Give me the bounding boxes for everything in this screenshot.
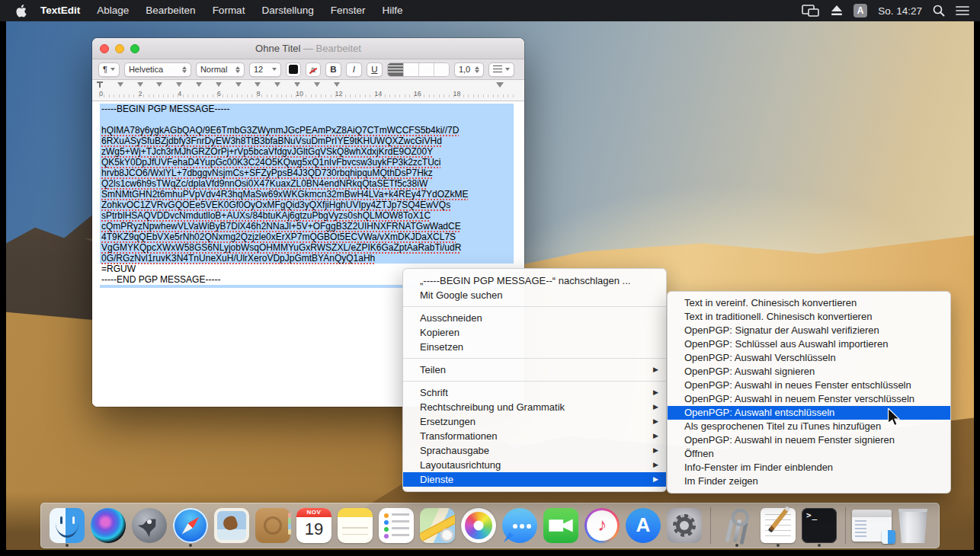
- dock-item-photos[interactable]: [460, 504, 497, 547]
- dock-item-appstore[interactable]: [625, 504, 661, 547]
- appstore-icon: [626, 508, 661, 543]
- apple-menu-icon[interactable]: [9, 5, 32, 18]
- spotlight-search-icon[interactable]: [933, 5, 945, 17]
- services-submenu-item-info-fenster-im-finder-einblenden[interactable]: Info-Fenster im Finder einblenden: [668, 461, 950, 475]
- tab-stop-marker[interactable]: [156, 82, 162, 87]
- dock-item-minwindow[interactable]: [853, 504, 890, 547]
- services-submenu-item-im-finder-zeigen[interactable]: Im Finder zeigen: [668, 475, 950, 488]
- dock-item-systemprefs[interactable]: [666, 504, 703, 547]
- tab-stop-marker[interactable]: [235, 82, 242, 87]
- context-menu-item-sprachausgabe[interactable]: Sprachausgabe▶: [403, 443, 666, 458]
- tab-stop-marker[interactable]: [294, 82, 300, 87]
- services-submenu-item-öffnen[interactable]: Öffnen: [668, 447, 950, 461]
- tab-stop-marker[interactable]: [274, 82, 280, 87]
- notification-center-icon[interactable]: [956, 5, 969, 16]
- services-submenu-item-als-gesprochenen-titel-zu-itunes-hinzufü[interactable]: Als gesprochenen Titel zu iTunes hinzufü…: [668, 420, 950, 433]
- context-menu-item-einsetzen[interactable]: Einsetzen: [403, 340, 666, 354]
- tab-stop-marker[interactable]: [196, 82, 202, 87]
- menubar-item-ablage[interactable]: Ablage: [88, 0, 137, 21]
- context-menu-item-begin-pgp-message-nachschlagen[interactable]: „-----BEGIN PGP MESSAGE--“ nachschlagen …: [403, 273, 666, 288]
- services-submenu-item-openpgp-schlüssel-aus-auswahl-importiere[interactable]: OpenPGP: Schlüssel aus Auswahl importier…: [668, 337, 950, 351]
- dock-item-itunes[interactable]: [584, 504, 620, 547]
- minimize-button[interactable]: [115, 44, 124, 53]
- underline-button[interactable]: U: [367, 62, 383, 77]
- menubar-item-darstellung[interactable]: Darstellung: [253, 0, 322, 21]
- dock-item-mail[interactable]: [213, 504, 250, 547]
- dock-item-notes[interactable]: [337, 504, 373, 547]
- align-left-button[interactable]: [388, 63, 403, 76]
- services-submenu-item-openpgp-auswahl-entschlüsseln[interactable]: OpenPGP: Auswahl entschlüsseln: [668, 406, 950, 420]
- context-menu-item-schrift[interactable]: Schrift▶: [403, 385, 666, 400]
- font-family-select[interactable]: Helvetica: [124, 62, 191, 77]
- align-justify-button[interactable]: [434, 63, 449, 76]
- tab-stop-marker[interactable]: [176, 82, 182, 87]
- italic-button[interactable]: I: [346, 62, 362, 77]
- context-menu-item-rechtschreibung-und-grammatik[interactable]: Rechtschreibung und Grammatik▶: [403, 400, 666, 414]
- dock-item-reminders[interactable]: [378, 504, 415, 547]
- context-menu-item-layoutausrichtung[interactable]: Layoutausrichtung▶: [403, 458, 666, 472]
- services-submenu-item-text-in-vereinf-chinesisch-konvertieren[interactable]: Text in vereinf. Chinesisch konvertieren: [668, 296, 950, 310]
- context-menu-item-ersetzungen[interactable]: Ersetzungen▶: [403, 414, 666, 429]
- menu-bar-clock[interactable]: So. 14:27: [878, 5, 922, 17]
- services-submenu-item-openpgp-signatur-der-auswahl-verifiziere[interactable]: OpenPGP: Signatur der Auswahl verifizier…: [668, 324, 950, 337]
- paragraph-styles-button[interactable]: ¶: [98, 62, 120, 77]
- dock-item-trash[interactable]: [895, 504, 931, 547]
- dock-item-textedit[interactable]: [760, 504, 796, 547]
- document-line: Q2ls1cw6h9sTWqZc/dplaVfd9nnOsi0X47KuaxZL…: [100, 178, 514, 189]
- context-menu-item-transformationen[interactable]: Transformationen▶: [403, 429, 666, 443]
- eject-icon[interactable]: [831, 5, 843, 16]
- menubar-item-fenster[interactable]: Fenster: [322, 0, 374, 21]
- font-size-select[interactable]: 12: [249, 62, 281, 77]
- input-source-badge[interactable]: A: [853, 4, 867, 18]
- chevron-down-icon: [505, 68, 510, 71]
- text-color-well[interactable]: [286, 62, 301, 77]
- context-menu-item-teilen[interactable]: Teilen▶: [403, 363, 666, 377]
- tab-stop-marker[interactable]: [216, 82, 222, 87]
- menubar-item-bearbeiten[interactable]: Bearbeiten: [137, 0, 203, 21]
- dock-item-facetime[interactable]: [543, 504, 579, 547]
- zoom-button[interactable]: [130, 44, 139, 53]
- menubar-item-format[interactable]: Format: [204, 0, 254, 21]
- context-menu-item-dienste[interactable]: Dienste▶: [403, 472, 666, 487]
- dock-item-finder[interactable]: [49, 504, 85, 547]
- context-menu-item-ausschneiden[interactable]: Ausschneiden: [403, 311, 666, 325]
- menubar-item-hilfe[interactable]: Hilfe: [373, 0, 411, 21]
- bold-button[interactable]: B: [325, 62, 341, 77]
- list-style-button[interactable]: [488, 62, 514, 77]
- services-submenu-item-text-in-traditionell-chinesisch-konverti[interactable]: Text in traditionell. Chinesisch konvert…: [668, 310, 950, 324]
- tab-stop-marker[interactable]: [314, 82, 320, 87]
- dock-item-messages[interactable]: [501, 504, 538, 547]
- context-menu-item-mit-google-suchen[interactable]: Mit Google suchen: [403, 288, 666, 302]
- dock-item-calendar[interactable]: NOV19: [296, 504, 332, 547]
- context-menu-item-kopieren[interactable]: Kopieren: [403, 325, 666, 340]
- tab-stop-marker[interactable]: [117, 82, 123, 87]
- tab-stop-marker[interactable]: [255, 82, 261, 87]
- close-button[interactable]: [100, 44, 109, 53]
- font-style-select[interactable]: Normal: [196, 62, 245, 77]
- services-submenu-item-openpgp-auswahl-in-neuem-fenster-verschl[interactable]: OpenPGP: Auswahl in neuem Fenster versch…: [668, 392, 950, 406]
- dock-item-launchpad[interactable]: [131, 504, 168, 547]
- services-submenu-item-openpgp-auswahl-in-neuem-fenster-signier[interactable]: OpenPGP: Auswahl in neuem Fenster signie…: [668, 433, 950, 447]
- left-indent-marker[interactable]: [97, 81, 103, 88]
- dock-item-contacts[interactable]: [255, 504, 291, 547]
- services-submenu-item-openpgp-auswahl-verschlüsseln[interactable]: OpenPGP: Auswahl Verschlüsseln: [668, 351, 950, 365]
- align-center-button[interactable]: [403, 63, 418, 76]
- right-indent-marker[interactable]: [496, 82, 504, 88]
- background-color-well[interactable]: a: [306, 62, 321, 77]
- title-bar[interactable]: Ohne Titel — Bearbeitet: [92, 38, 524, 59]
- desktop[interactable]: Ohne Titel — Bearbeitet ¶ Helvetica Norm…: [6, 21, 974, 550]
- dock-item-keychain[interactable]: [719, 504, 755, 547]
- dock-item-maps[interactable]: [419, 504, 456, 547]
- services-submenu-item-openpgp-auswahl-in-neues-fenster-entschl[interactable]: OpenPGP: Auswahl in neues Fenster entsch…: [668, 379, 950, 392]
- dock-item-siri[interactable]: [90, 504, 127, 547]
- line-spacing-stepper[interactable]: 1,0: [454, 62, 484, 77]
- align-right-button[interactable]: [418, 63, 434, 76]
- dock-item-safari[interactable]: [172, 504, 209, 547]
- menubar-item-textedit[interactable]: TextEdit: [32, 0, 88, 21]
- ruler[interactable]: 024681012141618: [92, 80, 524, 101]
- display-mirroring-icon[interactable]: [802, 5, 820, 17]
- services-submenu-item-openpgp-auswahl-signieren[interactable]: OpenPGP: Auswahl signieren: [668, 365, 950, 379]
- tab-stop-marker[interactable]: [334, 82, 340, 87]
- dock-item-terminal[interactable]: >_: [801, 504, 837, 547]
- tab-stop-marker[interactable]: [137, 82, 143, 87]
